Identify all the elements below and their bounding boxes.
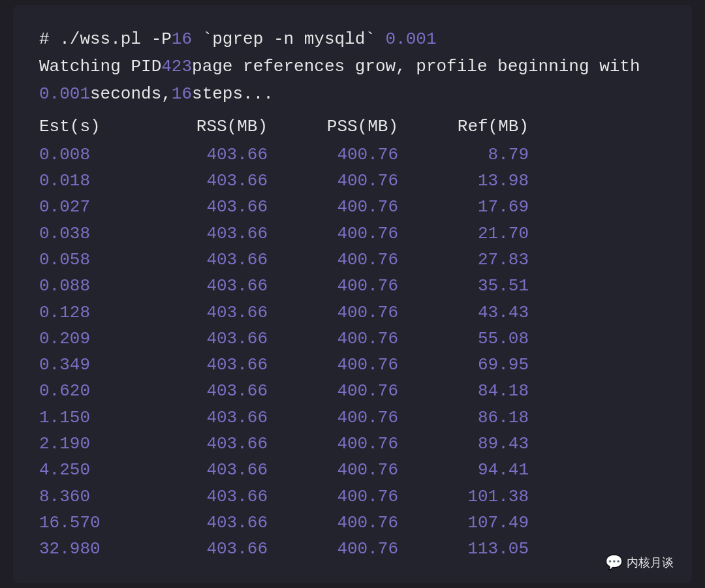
table-row: 0.008403.66400.768.79: [39, 142, 666, 168]
watching-line: Watching PID 423 page references grow, p…: [39, 54, 666, 80]
cell-0-0: 0.008: [39, 142, 150, 168]
cell-8-1: 403.66: [150, 352, 281, 378]
cell-8-0: 0.349: [39, 352, 150, 378]
cell-2-0: 0.027: [39, 194, 150, 220]
cell-7-1: 403.66: [150, 326, 281, 352]
config-interval: 0.001: [39, 81, 90, 107]
watermark-text: 内核月谈: [627, 555, 674, 570]
cell-5-2: 400.76: [281, 273, 411, 299]
cell-7-3: 55.08: [411, 326, 529, 352]
cell-1-2: 400.76: [281, 168, 411, 194]
table-row: 0.349403.66400.7669.95: [39, 352, 666, 378]
cell-3-2: 400.76: [281, 221, 411, 247]
cell-0-2: 400.76: [281, 142, 411, 168]
cell-10-3: 86.18: [411, 405, 529, 431]
cell-10-1: 403.66: [150, 405, 281, 431]
cell-4-3: 27.83: [411, 247, 529, 273]
table-row: 0.018403.66400.7613.98: [39, 168, 666, 194]
cell-9-2: 400.76: [281, 378, 411, 404]
cell-10-0: 1.150: [39, 405, 150, 431]
cell-3-0: 0.038: [39, 221, 150, 247]
cell-2-3: 17.69: [411, 194, 529, 220]
command-line: # ./wss.pl -P 16 `pgrep -n mysqld` 0.001: [39, 26, 666, 52]
header-pss: PSS(MB): [281, 114, 411, 140]
terminal-window: # ./wss.pl -P 16 `pgrep -n mysqld` 0.001…: [13, 5, 692, 583]
cell-11-2: 400.76: [281, 431, 411, 457]
cell-14-2: 400.76: [281, 510, 411, 536]
cell-6-1: 403.66: [150, 300, 281, 326]
cell-14-3: 107.49: [411, 510, 529, 536]
cell-2-1: 403.66: [150, 194, 281, 220]
cell-3-1: 403.66: [150, 221, 281, 247]
cell-15-0: 32.980: [39, 536, 150, 562]
cell-14-0: 16.570: [39, 510, 150, 536]
cell-15-1: 403.66: [150, 536, 281, 562]
cell-4-0: 0.058: [39, 247, 150, 273]
cell-4-2: 400.76: [281, 247, 411, 273]
cell-13-3: 101.38: [411, 484, 529, 510]
cmd-prefix: # ./wss.pl -P: [39, 26, 172, 52]
cell-12-1: 403.66: [150, 457, 281, 483]
table-header: Est(s) RSS(MB) PSS(MB) Ref(MB): [39, 114, 666, 140]
table-row: 4.250403.66400.7694.41: [39, 457, 666, 483]
watermark: 💬 内核月谈: [605, 554, 674, 571]
table-row: 16.570403.66400.76107.49: [39, 510, 666, 536]
config-steps: 16: [172, 81, 192, 107]
table-row: 2.190403.66400.7689.43: [39, 431, 666, 457]
cell-2-2: 400.76: [281, 194, 411, 220]
table-body: 0.008403.66400.768.790.018403.66400.7613…: [39, 142, 666, 563]
table-row: 0.620403.66400.7684.18: [39, 378, 666, 404]
cell-7-2: 400.76: [281, 326, 411, 352]
watch-pid: 423: [161, 54, 192, 80]
cell-12-2: 400.76: [281, 457, 411, 483]
cell-5-1: 403.66: [150, 273, 281, 299]
cell-0-3: 8.79: [411, 142, 529, 168]
cell-13-0: 8.360: [39, 484, 150, 510]
cell-4-1: 403.66: [150, 247, 281, 273]
cell-7-0: 0.209: [39, 326, 150, 352]
cell-1-1: 403.66: [150, 168, 281, 194]
cell-8-2: 400.76: [281, 352, 411, 378]
cell-0-1: 403.66: [150, 142, 281, 168]
table-row: 0.058403.66400.7627.83: [39, 247, 666, 273]
table-row: 0.038403.66400.7621.70: [39, 221, 666, 247]
cell-13-2: 400.76: [281, 484, 411, 510]
table-row: 32.980403.66400.76113.05: [39, 536, 666, 562]
watch-text2: page references grow, profile beginning …: [192, 54, 640, 80]
cell-14-1: 403.66: [150, 510, 281, 536]
header-ref: Ref(MB): [411, 114, 529, 140]
cell-8-3: 69.95: [411, 352, 529, 378]
cell-3-3: 21.70: [411, 221, 529, 247]
header-est: Est(s): [39, 114, 150, 140]
cmd-backtick: `pgrep -n mysqld`: [192, 26, 385, 52]
cell-6-2: 400.76: [281, 300, 411, 326]
table-row: 0.209403.66400.7655.08: [39, 326, 666, 352]
config-line: 0.001 seconds, 16 steps...: [39, 81, 666, 107]
table-row: 0.027403.66400.7617.69: [39, 194, 666, 220]
wechat-icon: 💬: [605, 554, 623, 571]
cell-6-3: 43.43: [411, 300, 529, 326]
cell-12-0: 4.250: [39, 457, 150, 483]
cell-1-0: 0.018: [39, 168, 150, 194]
cell-1-3: 13.98: [411, 168, 529, 194]
watch-text1: Watching PID: [39, 54, 161, 80]
cmd-pid-value: 16: [172, 26, 192, 52]
cmd-interval-value: 0.001: [386, 26, 437, 52]
cell-9-0: 0.620: [39, 378, 150, 404]
cell-15-2: 400.76: [281, 536, 411, 562]
cell-12-3: 94.41: [411, 457, 529, 483]
cell-13-1: 403.66: [150, 484, 281, 510]
table-row: 1.150403.66400.7686.18: [39, 405, 666, 431]
cell-9-1: 403.66: [150, 378, 281, 404]
cell-5-3: 35.51: [411, 273, 529, 299]
config-text1: seconds,: [90, 81, 172, 107]
cell-15-3: 113.05: [411, 536, 529, 562]
cell-9-3: 84.18: [411, 378, 529, 404]
cell-11-1: 403.66: [150, 431, 281, 457]
table-row: 8.360403.66400.76101.38: [39, 484, 666, 510]
table-row: 0.088403.66400.7635.51: [39, 273, 666, 299]
cell-11-0: 2.190: [39, 431, 150, 457]
header-rss: RSS(MB): [150, 114, 281, 140]
config-text2: steps...: [192, 81, 274, 107]
cell-5-0: 0.088: [39, 273, 150, 299]
